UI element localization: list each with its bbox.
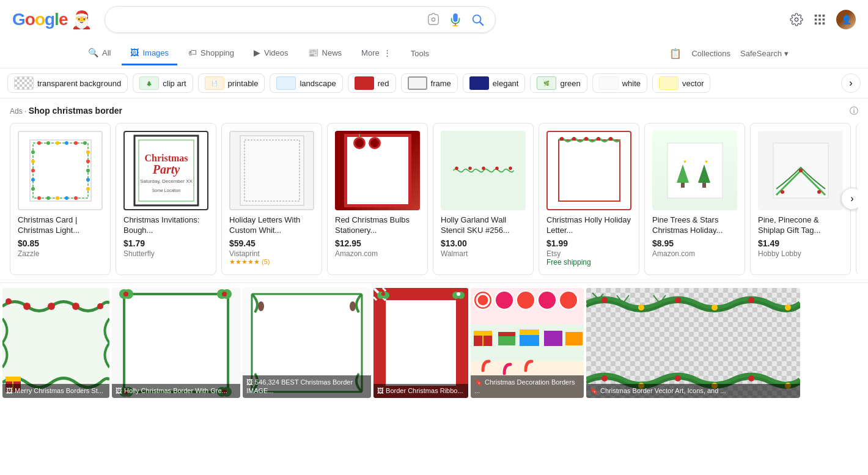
chip-printable[interactable]: 📄 printable [198, 73, 265, 93]
search-nav-icon: 🔍 [88, 48, 98, 57]
nav-news[interactable]: 📰 News [300, 42, 351, 65]
svg-rect-88 [124, 294, 228, 392]
svg-rect-119 [386, 300, 456, 386]
logo-text: Google [12, 10, 67, 29]
search-submit-icon[interactable] [469, 12, 485, 28]
videos-nav-icon: ▶ [254, 48, 260, 57]
product-card-1[interactable]: Christmas Card | Christmas Light... $0.8… [10, 123, 111, 275]
chips-scroll-right[interactable]: › [841, 73, 861, 93]
image-tile-5[interactable]: 🔖 Christmas Decoration Borders ... [471, 288, 584, 398]
product-card-8[interactable]: Pine, Pinecone & Shiplap Gift Tag... $1.… [750, 123, 851, 275]
svg-point-64 [609, 137, 612, 141]
chip-white[interactable]: white [592, 73, 647, 93]
product-store-4: Amazon.com [335, 249, 420, 258]
product-img-4 [335, 131, 420, 210]
chip-green[interactable]: 🌿 green [530, 73, 587, 93]
avatar[interactable]: 👤 [836, 10, 856, 29]
image-tile-1[interactable]: 🖼 Merry Christmas Borders St... [2, 288, 109, 398]
chip-transparent[interactable]: transparent background [7, 73, 128, 93]
products-row: Christmas Card | Christmas Light... $0.8… [10, 123, 858, 275]
svg-point-23 [83, 141, 87, 145]
nav-bar: 🔍 All 🖼 Images 🏷 Shopping ▶ Videos 📰 New… [0, 39, 868, 68]
nav-shopping[interactable]: 🏷 Shopping [180, 42, 243, 65]
chip-frame-img [408, 76, 427, 90]
product-price-8: $1.49 [758, 238, 843, 248]
nav-more[interactable]: More ⋮ [353, 42, 400, 65]
svg-text:Some Location: Some Location [152, 188, 180, 193]
ads-info-icon[interactable]: ⓘ [850, 106, 858, 117]
svg-point-151 [638, 304, 644, 311]
svg-point-26 [86, 169, 90, 172]
collections-link[interactable]: Collections [691, 49, 730, 58]
svg-point-63 [597, 137, 600, 141]
product-price-4: $12.95 [335, 238, 420, 248]
product-store-1: Zazzle [18, 249, 103, 258]
svg-point-158 [675, 375, 681, 381]
svg-point-153 [712, 304, 718, 311]
image-tile-3[interactable]: 🖼 546,324 BEST Christmas Border IMAGE... [243, 288, 371, 398]
product-title-1: Christmas Card | Christmas Light... [18, 215, 103, 236]
apps-icon[interactable] [813, 13, 826, 26]
image-source-icon-1: 🖼 [6, 387, 13, 394]
chip-clip-art[interactable]: 🎄 clip art [133, 73, 193, 93]
product-card-4[interactable]: Red Christmas Bulbs Stationery... $12.95… [327, 123, 428, 275]
nav-images[interactable]: 🖼 Images [122, 42, 177, 65]
search-input[interactable]: christmas border [115, 14, 419, 25]
product-card-2[interactable]: Christmas Party Saturday, December XX So… [116, 123, 216, 275]
voice-search-icon[interactable] [447, 12, 463, 28]
product-store-6: Etsy [546, 249, 631, 258]
svg-point-54 [455, 166, 458, 170]
chip-red[interactable]: red [348, 73, 396, 93]
svg-rect-11 [815, 23, 817, 25]
ads-header: Ads · Shop christmas border ⓘ [10, 106, 858, 116]
settings-icon[interactable] [790, 13, 803, 26]
svg-rect-9 [818, 18, 821, 21]
product-img-6 [546, 131, 631, 210]
chip-vector[interactable]: vector [652, 73, 710, 93]
nav-videos[interactable]: ▶ Videos [245, 42, 297, 65]
image-tile-2[interactable]: 🖼 Holly Christmas Border With Gre... [112, 288, 240, 398]
svg-point-152 [675, 297, 681, 303]
nav-all[interactable]: 🔍 All [79, 42, 119, 65]
image-source-icon-3: 🖼 [246, 378, 253, 386]
svg-point-31 [56, 196, 59, 200]
products-scroll-right[interactable]: › [841, 188, 858, 210]
chip-elegant[interactable]: elegant [463, 73, 526, 93]
svg-point-28 [86, 187, 90, 191]
product-card-3[interactable]: Holiday Letters With Custom Whit... $59.… [221, 123, 322, 275]
svg-point-19 [46, 141, 50, 145]
image-tile-6[interactable]: 🔖 Christmas Border Vector Art, Icons, an… [586, 288, 800, 398]
image-tile-4[interactable]: 🖼 Border Christmas Ribbo... [373, 288, 468, 398]
product-card-7[interactable]: ★ ★ Pine Trees & Stars Christmas Holiday… [644, 123, 745, 275]
product-title-8: Pine, Pinecone & Shiplap Gift Tag... [758, 215, 843, 236]
svg-point-154 [748, 297, 754, 303]
safe-search[interactable]: SafeSearch ▾ [740, 49, 789, 58]
header: Google 🎅 christmas border [0, 0, 868, 39]
chip-frame[interactable]: frame [401, 73, 458, 93]
safesearch-chevron-icon: ▾ [784, 49, 789, 58]
image-grid: 🖼 Merry Christmas Borders St... 🖼 [0, 283, 868, 403]
camera-search-icon[interactable] [425, 12, 441, 28]
product-card-5[interactable]: Holly Garland Wall Stencil SKU #256... $… [433, 123, 534, 275]
svg-point-82 [72, 303, 79, 310]
google-logo[interactable]: Google 🎅 [12, 10, 92, 30]
svg-text:Saturday, December XX: Saturday, December XX [140, 179, 193, 184]
product-card-6[interactable]: Christmas Holly Holiday Letter... $1.99 … [539, 123, 639, 275]
chip-transparent-img [14, 76, 34, 90]
product-img-7: ★ ★ [652, 131, 737, 210]
chip-landscape[interactable]: landscape [270, 73, 342, 93]
product-store-5: Walmart [441, 249, 526, 258]
product-price-1: $0.85 [18, 238, 103, 248]
svg-point-61 [572, 137, 576, 141]
svg-point-97 [123, 292, 128, 296]
image-source-icon-2: 🖼 [116, 387, 122, 394]
product-title-4: Red Christmas Bulbs Stationery... [335, 215, 420, 236]
product-img-8 [758, 131, 843, 210]
tools-button[interactable]: Tools [402, 43, 438, 64]
header-right: 👤 [790, 10, 856, 29]
image-label-6: 🔖 Christmas Border Vector Art, Icons, an… [586, 384, 800, 397]
svg-rect-12 [818, 23, 821, 25]
svg-point-74 [799, 169, 803, 172]
svg-point-73 [781, 190, 784, 194]
svg-point-129 [559, 291, 578, 309]
